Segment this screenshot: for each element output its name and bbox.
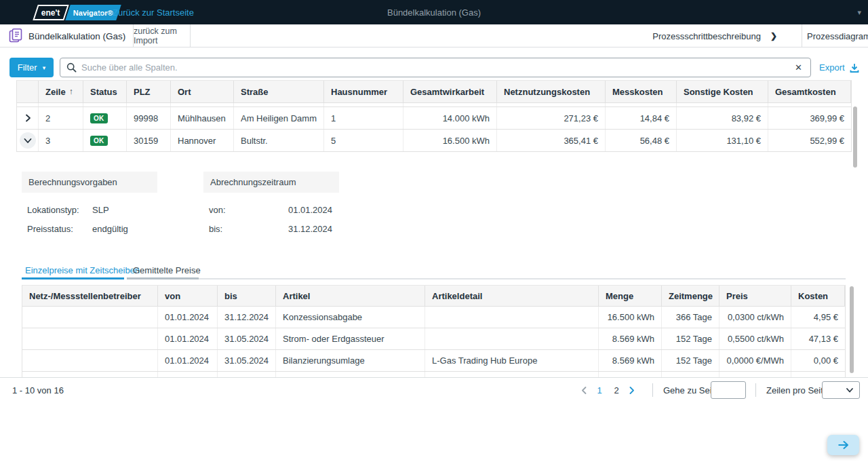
cell-strasse: Am Heiligen Damm	[234, 107, 324, 129]
table-row[interactable]: 2 OK 99998 Mühlhausen Am Heiligen Damm 1…	[17, 107, 851, 130]
price-row[interactable]: 01.01.2024 31.12.2024 Konzessionsabgabe …	[22, 307, 845, 328]
table-row-expanded[interactable]: 3 OK 30159 Hannover Bultstr. 5 16.500 kW…	[17, 130, 851, 152]
column-header-menge[interactable]: Menge	[599, 286, 662, 306]
chevron-down-icon	[846, 386, 854, 394]
detail-value: endgültig	[92, 224, 128, 234]
cell-bis: 31.05.2024	[218, 350, 276, 371]
column-header-bis[interactable]: bis	[218, 286, 276, 306]
process-step-description-button[interactable]: Prozessschrittbeschreibung ❯	[652, 24, 777, 47]
column-header-gesamtkosten[interactable]: Gesamtkosten	[768, 81, 851, 102]
topbar-menu-caret[interactable]: ▾	[857, 0, 861, 24]
column-header-artikel[interactable]: Artikel	[276, 286, 425, 306]
column-header-betreiber[interactable]: Netz-/Messstellenbetreiber	[22, 286, 158, 306]
tab-gemittelte-preise[interactable]: Gemittelte Preise	[133, 263, 201, 277]
detail-label: Preisstatus:	[27, 224, 92, 234]
download-icon	[850, 63, 859, 73]
expand-row-icon[interactable]	[24, 114, 32, 122]
cell-artikeldetail: L-Gas Trading Hub Europe	[425, 350, 599, 371]
search-icon	[66, 62, 77, 73]
caret-down-icon: ▾	[857, 8, 861, 17]
detail-value: 01.01.2024	[288, 205, 332, 215]
previous-page-icon[interactable]	[580, 387, 588, 394]
page-number-2[interactable]: 2	[611, 385, 622, 395]
column-header-sonstige-kosten[interactable]: Sonstige Kosten	[677, 81, 768, 102]
column-header-artikeldetail[interactable]: Artikeldetail	[425, 286, 599, 306]
column-header-preis[interactable]: Preis	[719, 286, 791, 306]
cell-artikeldetail	[425, 307, 599, 328]
goto-page-input[interactable]	[711, 381, 746, 399]
price-row[interactable]: 01.01.2024 31.05.2024 Bilanzierungsumlag…	[22, 350, 845, 372]
pagination-footer: 1 - 10 von 16 1 2 Gehe zu Seite Zeilen p…	[0, 377, 868, 402]
column-header-zeitmenge[interactable]: Zeitmenge	[662, 286, 719, 306]
calculation-results-table: Zeile ↑ Status PLZ Ort Straße Hausnummer…	[16, 80, 852, 152]
detail-row-von: von: 01.01.2024	[209, 205, 332, 215]
search-input[interactable]	[81, 62, 795, 73]
column-header-netznutzungskosten[interactable]: Netznutzungskosten	[497, 81, 606, 102]
export-button[interactable]: Export	[819, 58, 859, 77]
cell-bis: 31.12.2024	[218, 307, 276, 328]
column-header-strasse[interactable]: Straße	[234, 81, 324, 102]
column-header-kosten[interactable]: Kosten	[791, 286, 845, 306]
next-page-icon[interactable]	[628, 387, 635, 394]
cell-gesamtwirkarbeit: 14.000 kWh	[403, 107, 497, 129]
cell-zeitmenge: 152 Tage	[662, 350, 719, 371]
cell-gesamtkosten: 552,99 €	[768, 130, 851, 151]
tab-einzelpreise[interactable]: Einzelpreise mit Zeitscheiben	[25, 263, 140, 277]
footer-divider	[755, 383, 756, 397]
cell-bis: 31.05.2024	[218, 328, 276, 349]
page-number-1[interactable]: 1	[594, 385, 605, 395]
caret-down-icon: ▾	[43, 64, 46, 71]
back-to-import-tab[interactable]: zurück zum Import	[134, 24, 190, 47]
column-header-gesamtwirkarbeit[interactable]: Gesamtwirkarbeit	[403, 81, 497, 102]
main-table-scrollbar[interactable]	[853, 107, 857, 168]
cell-betreiber	[22, 328, 158, 349]
collapse-row-icon[interactable]	[20, 132, 36, 149]
cell-messkosten: 56,48 €	[606, 130, 677, 151]
pager: 1 2	[580, 378, 635, 402]
column-header-plz[interactable]: PLZ	[127, 81, 171, 102]
column-header-von[interactable]: von	[158, 286, 218, 306]
cell-hausnummer: 1	[324, 107, 403, 129]
arrow-right-icon	[837, 440, 850, 450]
clear-search-icon[interactable]: ✕	[795, 62, 802, 73]
cell-menge: 8.569 kWh	[599, 328, 662, 349]
filter-button[interactable]: Filter ▾	[9, 58, 54, 77]
table-header-row: Zeile ↑ Status PLZ Ort Straße Hausnummer…	[17, 81, 851, 103]
cell-artikel: Bilanzierungsumlage	[276, 350, 425, 371]
column-header-ort[interactable]: Ort	[171, 81, 234, 102]
inactive-tab-underline	[127, 277, 199, 279]
status-badge: OK	[90, 113, 108, 123]
billing-period-header: Abrechnungszeitraum	[203, 172, 339, 193]
detail-label: Lokationstyp:	[27, 205, 92, 215]
column-header-hausnummer[interactable]: Hausnummer	[324, 81, 403, 102]
filter-label: Filter	[18, 62, 37, 73]
active-tab-underline	[22, 277, 124, 279]
column-header-status[interactable]: Status	[83, 81, 127, 102]
price-table-header-row: Netz-/Messstellenbetreiber von bis Artik…	[22, 286, 845, 307]
detail-row-lokationstyp: Lokationstyp: SLP	[27, 205, 109, 215]
rows-per-page-select[interactable]	[822, 381, 860, 399]
process-diagram-button[interactable]: Prozessdiagramm	[807, 24, 868, 47]
cell-von: 01.01.2024	[158, 328, 218, 349]
cell-menge: 16.500 kWh	[599, 307, 662, 328]
price-row[interactable]: 01.01.2024 31.05.2024 Strom- oder Erdgas…	[22, 328, 845, 350]
back-to-start-link[interactable]: ← Zurück zur Startseite	[95, 0, 194, 24]
tab-bar-line	[199, 278, 846, 279]
detail-value: 31.12.2024	[288, 224, 332, 234]
row-range-label: 1 - 10 von 16	[12, 378, 64, 402]
cell-artikel: Konzessionsabgabe	[276, 307, 425, 328]
cell-strasse: Bultstr.	[234, 130, 324, 151]
cell-netznutzungskosten: 365,41 €	[497, 130, 606, 151]
cell-netznutzungskosten: 271,23 €	[497, 107, 606, 129]
cell-zeitmenge: 152 Tage	[662, 328, 719, 349]
cell-preis: 0,5500 ct/kWh	[719, 328, 791, 349]
process-step-description-label: Prozessschrittbeschreibung	[652, 31, 761, 41]
cell-zeitmenge: 366 Tage	[662, 307, 719, 328]
subheader-divider	[802, 24, 802, 47]
column-header-messkosten[interactable]: Messkosten	[606, 81, 677, 102]
bundle-documents-icon	[9, 28, 24, 43]
column-header-zeile[interactable]: Zeile ↑	[39, 81, 83, 102]
next-step-button[interactable]	[827, 435, 859, 455]
price-table-scrollbar[interactable]	[850, 286, 854, 373]
calculation-defaults-header: Berechnungsvorgaben	[22, 172, 157, 193]
